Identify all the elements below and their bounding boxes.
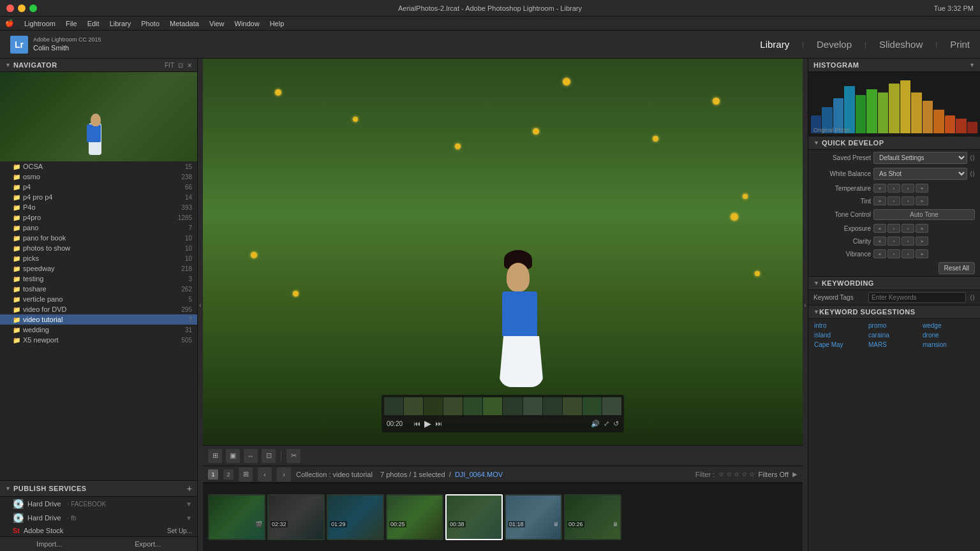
keyword-suggestion-tag[interactable]: mansion bbox=[922, 341, 975, 349]
folder-item-picks[interactable]: 📁 picks 10 bbox=[0, 253, 197, 263]
vib-up-large[interactable]: » bbox=[916, 249, 928, 258]
keyword-suggestion-tag[interactable]: promo bbox=[868, 321, 921, 330]
loupe-view-button[interactable]: ▣ bbox=[226, 449, 240, 463]
filmstrip-thumb-4[interactable]: 00:25 bbox=[386, 494, 443, 540]
menu-lightroom[interactable]: Lightroom bbox=[24, 20, 56, 27]
filmstrip-thumb-7[interactable]: 00:26 🖥 bbox=[564, 494, 621, 540]
exp-down-large[interactable]: « bbox=[873, 224, 886, 233]
clarity-down-small[interactable]: ‹ bbox=[887, 237, 900, 246]
temp-up-small[interactable]: › bbox=[902, 184, 914, 193]
tab-slideshow[interactable]: Slideshow bbox=[879, 39, 923, 50]
keyword-suggestion-tag[interactable]: island bbox=[813, 331, 866, 339]
folder-item-video-for-dvd[interactable]: 📁 video for DVD 295 bbox=[0, 304, 197, 314]
play-button[interactable]: ▶ bbox=[424, 418, 431, 429]
fullscreen-video-button[interactable]: ⤢ bbox=[604, 420, 609, 428]
volume-button[interactable]: 🔊 bbox=[591, 420, 600, 428]
folder-item-toshare[interactable]: 📁 toshare 262 bbox=[0, 284, 197, 294]
clarity-up-large[interactable]: » bbox=[916, 237, 928, 246]
vib-down-large[interactable]: « bbox=[873, 249, 886, 258]
folder-item-photos-to-show[interactable]: 📁 photos to show 10 bbox=[0, 243, 197, 253]
right-panel-toggle[interactable]: › bbox=[803, 59, 808, 551]
folder-item-pano[interactable]: 📁 pano 7 bbox=[0, 223, 197, 233]
filmstrip-thumb-3[interactable]: 01:29 bbox=[327, 494, 384, 540]
folder-item-p4pro[interactable]: 📁 p4pro 1285 bbox=[0, 212, 197, 223]
folder-item-pano-for-book[interactable]: 📁 pano for book 10 bbox=[0, 233, 197, 243]
saved-preset-select[interactable]: Default Settings bbox=[873, 152, 967, 164]
filmstrip-thumb-6[interactable]: 01:18 🖥 bbox=[505, 494, 562, 540]
saved-preset-arrow[interactable]: ⟨⟩ bbox=[970, 154, 975, 161]
video-trim-button[interactable]: ✂ bbox=[286, 449, 301, 463]
menu-library[interactable]: Library bbox=[110, 20, 131, 27]
histogram-header[interactable]: Histogram ▼ bbox=[808, 59, 980, 72]
menu-help[interactable]: Help bbox=[270, 20, 285, 27]
prev-photo-button[interactable]: ‹ bbox=[258, 467, 272, 481]
publish-item-fb[interactable]: 💽 Hard Drive · fb ▼ bbox=[0, 511, 197, 525]
menu-edit[interactable]: Edit bbox=[87, 20, 100, 27]
export-button[interactable]: Export... bbox=[99, 537, 198, 551]
temp-down-large[interactable]: « bbox=[873, 184, 886, 193]
compare-view-button[interactable]: ↔ bbox=[244, 449, 258, 463]
filters-off-label[interactable]: Filters Off bbox=[759, 471, 789, 478]
page-1-button[interactable]: 1 bbox=[208, 469, 218, 480]
grid-sort-button[interactable]: ⊞ bbox=[239, 467, 253, 481]
folder-item-p4[interactable]: 📁 p4 66 bbox=[0, 182, 197, 192]
white-balance-arrow[interactable]: ⟨⟩ bbox=[970, 170, 975, 177]
grid-view-button[interactable]: ⊞ bbox=[208, 449, 222, 463]
filmstrip-thumb-2[interactable]: 02:32 bbox=[267, 494, 325, 540]
next-photo-button[interactable]: › bbox=[277, 467, 291, 481]
navigator-header[interactable]: ▼ Navigator FIT ⊡ ✕ bbox=[0, 59, 197, 72]
fit-label[interactable]: FIT bbox=[165, 62, 174, 69]
minimize-button[interactable] bbox=[18, 4, 26, 12]
tint-down-small[interactable]: ‹ bbox=[887, 196, 900, 205]
folder-item-ocsa[interactable]: 📁 OCSA 15 bbox=[0, 161, 197, 172]
exp-down-small[interactable]: ‹ bbox=[887, 224, 900, 233]
publish-add[interactable]: + bbox=[187, 483, 192, 494]
menu-photo[interactable]: Photo bbox=[141, 20, 160, 27]
keyword-add[interactable]: ⟨⟩ bbox=[970, 294, 975, 301]
folder-item-speedway[interactable]: 📁 speedway 218 bbox=[0, 263, 197, 274]
exp-up-small[interactable]: › bbox=[902, 224, 914, 233]
folder-item-video-tutorial[interactable]: 📁 video tutorial 7 bbox=[0, 314, 197, 325]
quick-develop-header[interactable]: ▼ Quick Develop bbox=[808, 136, 980, 150]
tab-print[interactable]: Print bbox=[950, 39, 970, 50]
temp-up-large[interactable]: » bbox=[916, 184, 928, 193]
page-2-button[interactable]: 2 bbox=[223, 469, 234, 480]
clarity-down-large[interactable]: « bbox=[873, 237, 886, 246]
folder-item-verticle-pano[interactable]: 📁 verticle pano 5 bbox=[0, 294, 197, 304]
filter-arrow[interactable]: ▶ bbox=[792, 471, 798, 478]
folder-item-p4o[interactable]: 📁 P4o 393 bbox=[0, 202, 197, 212]
keyword-suggestion-tag[interactable]: drone bbox=[922, 331, 975, 339]
tint-down-large[interactable]: « bbox=[873, 196, 886, 205]
import-button[interactable]: Import... bbox=[0, 537, 99, 551]
menu-file[interactable]: File bbox=[66, 20, 77, 27]
auto-tone-button[interactable]: Auto Tone bbox=[873, 209, 975, 220]
menu-metadata[interactable]: Metadata bbox=[170, 20, 199, 27]
keyword-suggestion-tag[interactable]: wedge bbox=[922, 321, 975, 330]
keyword-tags-input[interactable] bbox=[868, 292, 966, 303]
keywording-header[interactable]: ▼ Keywording bbox=[808, 276, 980, 290]
loop-button[interactable]: ↺ bbox=[613, 420, 619, 428]
fullscreen-button[interactable] bbox=[29, 4, 37, 12]
left-panel-toggle[interactable]: ‹ bbox=[198, 59, 203, 551]
tint-up-small[interactable]: › bbox=[902, 196, 914, 205]
temp-down-small[interactable]: ‹ bbox=[887, 184, 900, 193]
skip-back-button[interactable]: ⏮ bbox=[413, 420, 420, 427]
publish-header[interactable]: ▼ Publish Services + bbox=[0, 480, 197, 497]
publish-item-adobe[interactable]: St Adobe Stock Set Up... bbox=[0, 525, 197, 536]
tab-develop[interactable]: Develop bbox=[817, 39, 852, 50]
folder-item-wedding[interactable]: 📁 wedding 31 bbox=[0, 325, 197, 335]
folder-item-p4-pro-p4[interactable]: 📁 p4 pro p4 14 bbox=[0, 192, 197, 202]
apple-menu[interactable]: 🍎 bbox=[5, 19, 14, 27]
keyword-suggestions-header[interactable]: ▼ Keyword Suggestions bbox=[808, 305, 980, 319]
white-balance-select[interactable]: As Shot bbox=[873, 168, 967, 180]
nav-close[interactable]: ✕ bbox=[187, 62, 192, 69]
skip-forward-button[interactable]: ⏭ bbox=[435, 420, 442, 427]
menu-window[interactable]: Window bbox=[235, 20, 260, 27]
filmstrip-thumb-5[interactable]: 00:38 bbox=[445, 494, 503, 540]
survey-view-button[interactable]: ⊡ bbox=[262, 449, 276, 463]
folder-item-x5-newport[interactable]: 📁 X5 newport 505 bbox=[0, 335, 197, 345]
clarity-up-small[interactable]: › bbox=[902, 237, 914, 246]
filmstrip-thumb-1[interactable]: 🎬 bbox=[208, 494, 265, 540]
publish-setup[interactable]: Set Up... bbox=[167, 527, 192, 534]
publish-item-facebook[interactable]: 💽 Hard Drive · FACEBOOK ▼ bbox=[0, 497, 197, 511]
